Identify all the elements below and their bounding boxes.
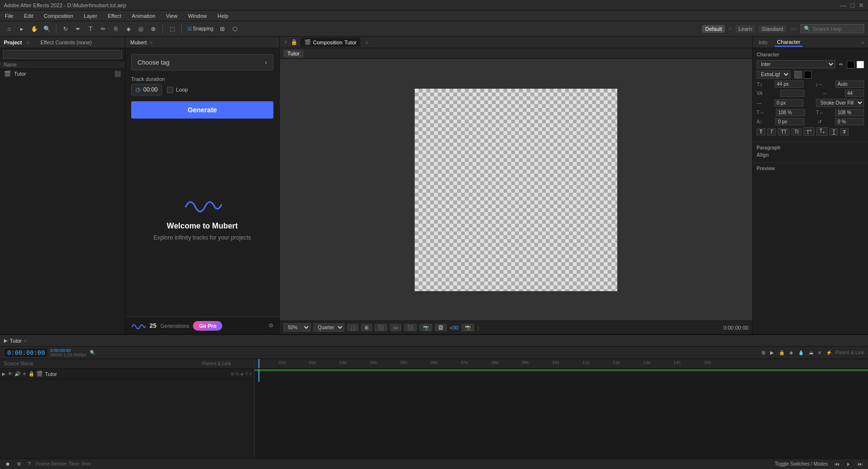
settings-icon[interactable]: ⚙ [269, 322, 273, 329]
3d-tool[interactable]: ⬡ [230, 24, 240, 34]
render-queue-button[interactable]: ▶ [769, 349, 775, 356]
info-tab-info[interactable]: Info [757, 39, 769, 46]
baseline-input[interactable] [775, 118, 804, 125]
playhead[interactable] [258, 359, 259, 368]
tracking-input2[interactable] [835, 109, 864, 116]
viewer-mode-button4[interactable]: ▭ [390, 324, 401, 331]
layer-motion-blur-icon[interactable]: ⊗ [231, 371, 234, 376]
project-item-tutor[interactable]: 🎬 Tutor ⬛ [0, 69, 125, 79]
show-snapshot-button[interactable]: 🖼 [435, 324, 447, 331]
hand-tool[interactable]: ✋ [29, 24, 40, 34]
table-row[interactable]: ▶ 👁 🔊 ☀ 🔒 🎬 Tutor ⊗ fx ◈ ⚲ ≡ [0, 369, 254, 379]
font-edit-button[interactable]: ✏ [837, 61, 845, 68]
zoom-select[interactable]: 50% 100% 25% [284, 323, 311, 332]
viewer-mode-button5[interactable]: ⬛ [404, 324, 417, 331]
stroke-type-select[interactable]: Stroke Over Fill [816, 99, 864, 107]
menu-view[interactable]: View [164, 12, 179, 20]
parent-link-button[interactable]: ⚡ [825, 349, 833, 356]
status-settings[interactable]: ⚙ [15, 461, 23, 467]
viewer-mode-button[interactable]: ⬚ [347, 324, 358, 331]
search-input[interactable] [813, 26, 861, 32]
select-tool[interactable]: ▸ [16, 24, 27, 34]
workspace-standard[interactable]: Standard [759, 25, 786, 33]
color-swatch-gray[interactable] [794, 71, 802, 79]
status-ram-preview[interactable]: ⏺ [4, 461, 12, 467]
menu-composition[interactable]: Composition [42, 12, 75, 20]
eraser-tool[interactable]: ◈ [123, 24, 134, 34]
motion-blur-button[interactable]: 💧 [797, 349, 805, 356]
font-family-select[interactable]: Inter [757, 60, 835, 68]
font-style-select[interactable]: ExtraLight Regular Bold [757, 70, 790, 79]
menu-file[interactable]: File [3, 12, 15, 20]
maximize-button[interactable]: □ [851, 1, 854, 9]
comp-lock-icon[interactable]: 🔒 [291, 39, 298, 45]
play-button[interactable]: ⏵ [845, 461, 853, 467]
bold-format-button[interactable]: T [757, 128, 765, 135]
timeline-timecode[interactable]: 0:00:00:00 [4, 348, 48, 358]
stroke-color-swatch[interactable] [856, 61, 864, 68]
zoom-out-button[interactable]: ⏮ [833, 461, 841, 467]
super-format-button[interactable]: T+ [803, 127, 814, 136]
choose-tag-button[interactable]: Choose tag › [131, 54, 273, 70]
puppet-tool[interactable]: ⊕ [148, 24, 159, 34]
menu-animation[interactable]: Animation [130, 12, 157, 20]
go-pro-button[interactable]: Go Pro [193, 321, 222, 331]
close-button[interactable]: ✕ [858, 1, 864, 9]
layer-visibility-icon[interactable]: 👁 [8, 371, 13, 376]
search-layer-button[interactable]: 🔍 [88, 349, 97, 356]
project-search-input[interactable] [3, 50, 122, 59]
lock-button[interactable]: 🔒 [777, 349, 786, 356]
font-size-input[interactable] [774, 80, 803, 88]
timeline-menu-icon[interactable]: ≡ [24, 338, 27, 344]
workspace-default[interactable]: Default [702, 25, 725, 33]
snapshot-button[interactable]: 📷 [420, 324, 432, 331]
zoom-in-button[interactable]: ⏭ [856, 461, 864, 467]
status-help[interactable]: ? [27, 461, 32, 467]
rotate-input[interactable] [835, 118, 864, 125]
sub-format-button[interactable]: T+ [816, 127, 827, 136]
home-button[interactable]: ⌂ [4, 24, 14, 34]
underline-format-button[interactable]: T [829, 128, 838, 135]
workspace-learn[interactable]: Learn [735, 25, 755, 33]
clone-tool[interactable]: ⎘ [110, 24, 121, 34]
brush-tool[interactable]: ✏ [98, 24, 108, 34]
shape-tool[interactable]: ⬚ [167, 24, 177, 34]
viewer-mode-button2[interactable]: ⊞ [361, 324, 372, 331]
camera-button[interactable]: 📸 [461, 324, 474, 331]
comp-tab-menu[interactable]: ≡ [365, 40, 368, 45]
workspace-expand-icon[interactable]: >> [790, 26, 797, 32]
toggle-switches-button[interactable]: Toggle Switches / Modes [773, 461, 829, 467]
layer-solo-icon[interactable]: ☀ [22, 371, 27, 376]
menu-edit[interactable]: Edit [22, 12, 35, 20]
smallcaps-format-button[interactable]: Tt [791, 128, 801, 135]
menu-help[interactable]: Help [216, 12, 231, 20]
layer-blend-icon[interactable]: ◈ [240, 371, 244, 376]
project-tab[interactable]: Project [4, 40, 22, 45]
va-input[interactable] [780, 90, 804, 97]
menu-effect[interactable]: Effect [106, 12, 123, 20]
layer-expand-icon[interactable]: ▶ [2, 371, 6, 376]
composition-viewer[interactable] [280, 59, 752, 321]
info-tab-character[interactable]: Character [775, 38, 802, 47]
solo-button[interactable]: ◈ [788, 349, 795, 356]
fill-color-swatch[interactable] [847, 61, 854, 68]
roto-tool[interactable]: ◎ [136, 24, 146, 34]
viewer-mode-button3[interactable]: ⬛ [375, 324, 387, 331]
stroke-input[interactable] [774, 99, 803, 107]
color-swatch-black2[interactable] [804, 71, 812, 79]
timeline-expand-icon[interactable]: ▶ [4, 338, 8, 343]
graph-editor-button[interactable]: ⛰ [807, 349, 815, 356]
rotate-tool[interactable]: ↻ [60, 24, 71, 34]
composition-mini-flow[interactable]: ⊞ [760, 349, 767, 356]
layer-options-button[interactable]: ≡ [817, 349, 823, 356]
project-menu-icon[interactable]: ≡ [27, 40, 29, 45]
minimize-button[interactable]: — [840, 1, 847, 9]
composition-tab[interactable]: 🎬 Composition Tutor [300, 38, 360, 47]
menu-window[interactable]: Window [186, 12, 209, 20]
tracking-input[interactable] [776, 109, 805, 116]
pen-tool[interactable]: ✒ [73, 24, 83, 34]
zoom-tool[interactable]: 🔍 [41, 24, 52, 34]
effect-controls-tab[interactable]: Effect Controls (none) [41, 40, 92, 45]
italic-format-button[interactable]: T [767, 128, 776, 135]
snapping-toggle[interactable]: ☑ Snapping [186, 24, 215, 34]
